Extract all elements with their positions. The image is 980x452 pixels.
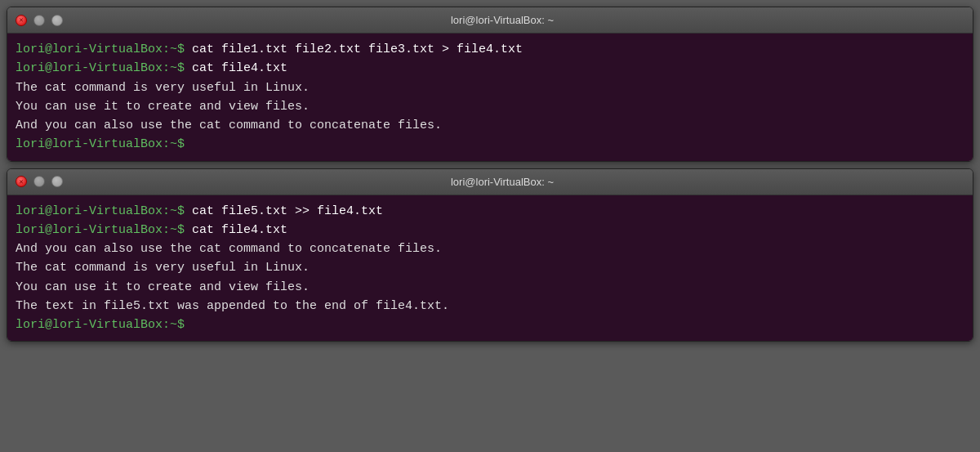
maximize-button-1[interactable] [51,15,63,26]
titlebar-2: ✕ lori@lori-VirtualBox: ~ [7,169,973,195]
prompt: lori@lori-VirtualBox:~$ [16,204,192,218]
terminal-line: lori@lori-VirtualBox:~$ cat file1.txt fi… [16,40,964,59]
minimize-button-1[interactable] [33,15,45,26]
terminal-body-2: lori@lori-VirtualBox:~$ cat file5.txt >>… [7,195,973,342]
output-line: And you can also use the cat command to … [16,239,964,258]
prompt: lori@lori-VirtualBox:~$ [16,137,192,151]
minimize-button-2[interactable] [33,176,45,187]
titlebar-1: ✕ lori@lori-VirtualBox: ~ [7,7,973,34]
prompt: lori@lori-VirtualBox:~$ [16,61,192,75]
output-line: The text in file5.txt was appended to th… [16,297,964,316]
output-line: And you can also use the cat command to … [16,116,964,135]
output-line: The cat command is very useful in Linux. [16,78,964,97]
prompt: lori@lori-VirtualBox:~$ [16,43,192,56]
terminal-body-1: lori@lori-VirtualBox:~$ cat file1.txt fi… [7,34,973,161]
maximize-button-2[interactable] [51,176,63,187]
close-button-2[interactable]: ✕ [16,176,27,187]
command-text: cat file4.txt [192,61,287,75]
terminal-line: lori@lori-VirtualBox:~$ [16,316,964,334]
window-title-1: lori@lori-VirtualBox: ~ [69,14,935,26]
terminal-line: lori@lori-VirtualBox:~$ cat file5.txt >>… [16,202,964,221]
terminal-window-2: ✕ lori@lori-VirtualBox: ~ lori@lori-Virt… [7,168,973,342]
command-text: cat file5.txt >> file4.txt [192,204,383,218]
command-text: cat file4.txt [192,223,287,237]
close-button-1[interactable]: ✕ [16,15,27,26]
terminal-line: lori@lori-VirtualBox:~$ [16,135,964,154]
prompt: lori@lori-VirtualBox:~$ [16,318,192,332]
output-line: The cat command is very useful in Linux. [16,258,964,277]
command-text: cat file1.txt file2.txt file3.txt > file… [192,43,523,56]
terminal-line: lori@lori-VirtualBox:~$ cat file4.txt [16,59,964,78]
terminal-window-1: ✕ lori@lori-VirtualBox: ~ lori@lori-Virt… [7,7,973,162]
output-line: You can use it to create and view files. [16,278,964,297]
window-title-2: lori@lori-VirtualBox: ~ [69,176,935,188]
prompt: lori@lori-VirtualBox:~$ [16,223,192,237]
terminal-line: lori@lori-VirtualBox:~$ cat file4.txt [16,221,964,239]
output-line: You can use it to create and view files. [16,97,964,116]
